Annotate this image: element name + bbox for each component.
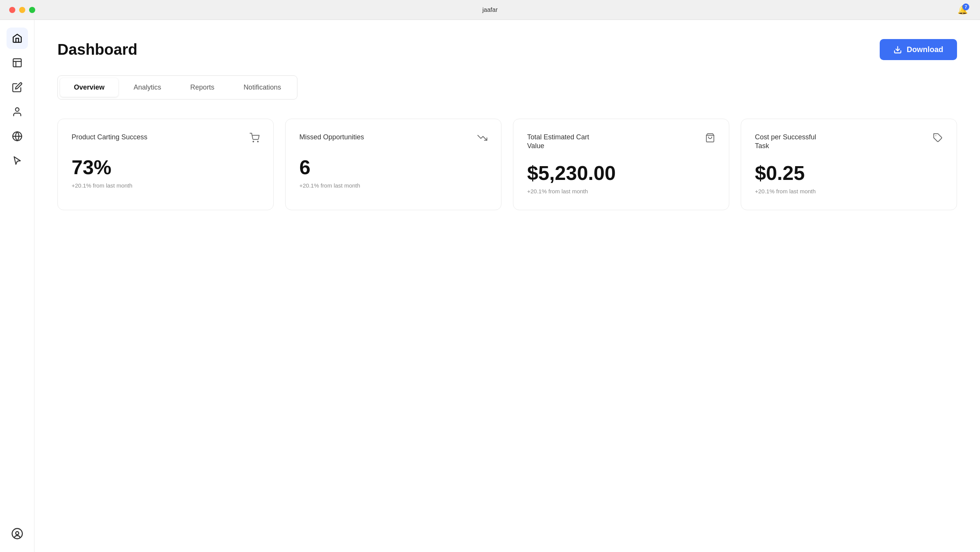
titlebar: jaafar 🔔 7 [0,0,980,20]
card-value: $5,230.00 [527,162,715,184]
bell-badge: 7 [962,3,969,10]
card-title: Product Carting Success [72,133,147,142]
card-cost-per-task: Cost per Successful Task $0.25 +20.1% fr… [741,119,957,210]
trend-down-icon [477,133,487,145]
card-header: Product Carting Success [72,133,260,145]
close-button[interactable] [9,7,15,13]
card-change: +20.1% from last month [299,182,487,189]
tab-overview[interactable]: Overview [60,78,118,97]
sidebar-item-user[interactable] [7,101,28,122]
card-change: +20.1% from last month [527,188,715,194]
sidebar-item-globe[interactable] [7,126,28,147]
tabs-container: Overview Analytics Reports Notifications [57,75,297,100]
card-title: Missed Opportunities [299,133,364,142]
card-value: 6 [299,157,487,178]
sidebar-item-edit[interactable] [7,77,28,98]
svg-point-6 [258,141,258,142]
tab-reports[interactable]: Reports [176,78,228,97]
download-label: Download [906,45,943,54]
tab-analytics[interactable]: Analytics [120,78,175,97]
tab-notifications[interactable]: Notifications [230,78,295,97]
card-value: $0.25 [755,162,943,184]
sidebar-item-home[interactable] [7,28,28,49]
sidebar [0,20,34,552]
card-header: Total Estimated Cart Value [527,133,715,151]
svg-rect-0 [13,59,21,67]
download-button[interactable]: Download [880,39,957,60]
maximize-button[interactable] [29,7,35,13]
app-title: jaafar [482,7,498,13]
page-title: Dashboard [57,41,137,58]
sidebar-item-cursor[interactable] [7,150,28,171]
svg-point-1 [15,108,19,111]
card-title: Cost per Successful Task [755,133,831,151]
card-missed-opportunities: Missed Opportunities 6 +20.1% from last … [285,119,501,210]
sidebar-item-layout[interactable] [7,52,28,73]
cart-icon [250,133,260,145]
svg-point-5 [253,141,254,142]
card-header: Cost per Successful Task [755,133,943,151]
card-cart-value: Total Estimated Cart Value $5,230.00 +20… [513,119,729,210]
notification-bell[interactable]: 🔔 7 [957,5,968,15]
window-controls [9,7,35,13]
cards-grid: Product Carting Success 73% +20.1% from … [57,119,957,210]
card-header: Missed Opportunities [299,133,487,145]
minimize-button[interactable] [19,7,25,13]
card-change: +20.1% from last month [755,188,943,194]
card-change: +20.1% from last month [72,182,260,189]
bag-icon [705,133,715,145]
header-row: Dashboard Download [57,39,957,60]
main-content: Dashboard Download Overview Analytics Re… [34,20,980,552]
tag-icon [933,133,943,145]
card-title: Total Estimated Cart Value [527,133,604,151]
card-value: 73% [72,157,260,178]
sidebar-avatar[interactable] [7,523,28,544]
card-product-carting: Product Carting Success 73% +20.1% from … [57,119,274,210]
download-icon [893,46,902,54]
svg-point-3 [12,529,22,539]
app-body: Dashboard Download Overview Analytics Re… [0,20,980,552]
